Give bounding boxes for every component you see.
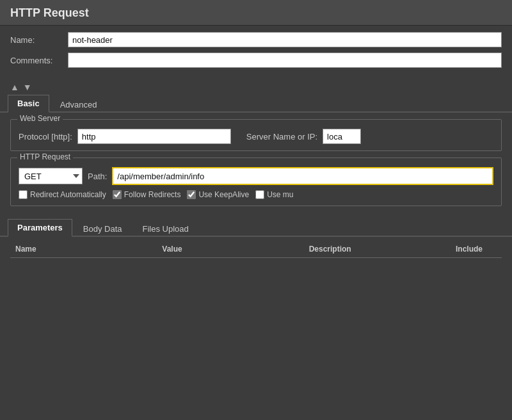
triangle-icon[interactable]: ▲ bbox=[10, 82, 19, 92]
tab-parameters[interactable]: Parameters bbox=[8, 219, 72, 237]
col-header-desc: Description bbox=[304, 243, 451, 255]
tab-advanced[interactable]: Advanced bbox=[51, 96, 107, 113]
comments-label: Comments: bbox=[10, 56, 68, 65]
method-path-row: GET Path: bbox=[19, 167, 493, 185]
col-header-include: Include bbox=[451, 243, 502, 255]
tab-basic[interactable]: Basic bbox=[8, 95, 49, 113]
col-header-name: Name bbox=[10, 243, 157, 255]
protocol-label: Protocol [http]: bbox=[19, 132, 72, 141]
comments-input[interactable] bbox=[68, 52, 502, 68]
sub-tabs: Parameters Body Data Files Upload bbox=[0, 218, 512, 237]
filter-icon[interactable]: ▼ bbox=[23, 82, 32, 92]
checkbox-redirect-auto: Redirect Automatically bbox=[19, 190, 106, 199]
checkbox-follow-redirects: Follow Redirects bbox=[113, 190, 181, 199]
name-row: Name: bbox=[10, 32, 502, 47]
name-label: Name: bbox=[10, 35, 68, 45]
follow-redirects-label: Follow Redirects bbox=[124, 190, 181, 199]
comments-row: Comments: bbox=[10, 52, 502, 68]
app-container: HTTP Request Name: Comments: ▲ ▼ Basic A… bbox=[0, 0, 512, 420]
web-server-legend: Web Server bbox=[17, 114, 63, 123]
keepalive-checkbox[interactable] bbox=[187, 190, 196, 199]
icons-row: ▲ ▼ bbox=[0, 79, 512, 93]
method-dropdown[interactable]: GET bbox=[19, 168, 83, 184]
checkbox-use-mu: Use mu bbox=[255, 190, 293, 199]
page-title: HTTP Request bbox=[10, 6, 502, 20]
form-area: Name: Comments: bbox=[0, 26, 512, 79]
title-bar: HTTP Request bbox=[0, 0, 512, 26]
keepalive-label: Use KeepAlive bbox=[198, 190, 249, 199]
checkboxes-row: Redirect Automatically Follow Redirects … bbox=[19, 190, 493, 199]
method-value: GET bbox=[22, 172, 70, 181]
protocol-row: Protocol [http]: Server Name or IP: bbox=[19, 129, 493, 144]
protocol-input[interactable] bbox=[77, 129, 231, 144]
basic-panel: Web Server Protocol [http]: Server Name … bbox=[0, 113, 512, 218]
table-header-row: Name Value Description Include bbox=[10, 243, 502, 258]
http-request-box: HTTP Request GET Path: Redirect Automati… bbox=[10, 158, 502, 206]
main-tabs: Basic Advanced bbox=[0, 93, 512, 113]
web-server-box: Web Server Protocol [http]: Server Name … bbox=[10, 119, 502, 151]
server-input[interactable] bbox=[323, 129, 361, 144]
server-label: Server Name or IP: bbox=[246, 132, 317, 141]
use-mu-checkbox[interactable] bbox=[255, 190, 264, 199]
follow-redirects-checkbox[interactable] bbox=[113, 190, 122, 199]
path-label: Path: bbox=[88, 172, 107, 181]
table-area: Name Value Description Include bbox=[0, 237, 512, 258]
col-header-value: Value bbox=[157, 243, 303, 255]
tab-files-upload[interactable]: Files Upload bbox=[133, 220, 198, 237]
redirect-auto-label: Redirect Automatically bbox=[30, 190, 106, 199]
checkbox-keepalive: Use KeepAlive bbox=[187, 190, 249, 199]
redirect-auto-checkbox[interactable] bbox=[19, 190, 28, 199]
tab-body-data[interactable]: Body Data bbox=[74, 220, 132, 237]
http-request-legend: HTTP Request bbox=[17, 152, 73, 161]
use-mu-label: Use mu bbox=[267, 190, 293, 199]
path-input[interactable] bbox=[112, 167, 493, 185]
dropdown-arrow-icon bbox=[73, 174, 79, 178]
name-input[interactable] bbox=[68, 32, 502, 47]
